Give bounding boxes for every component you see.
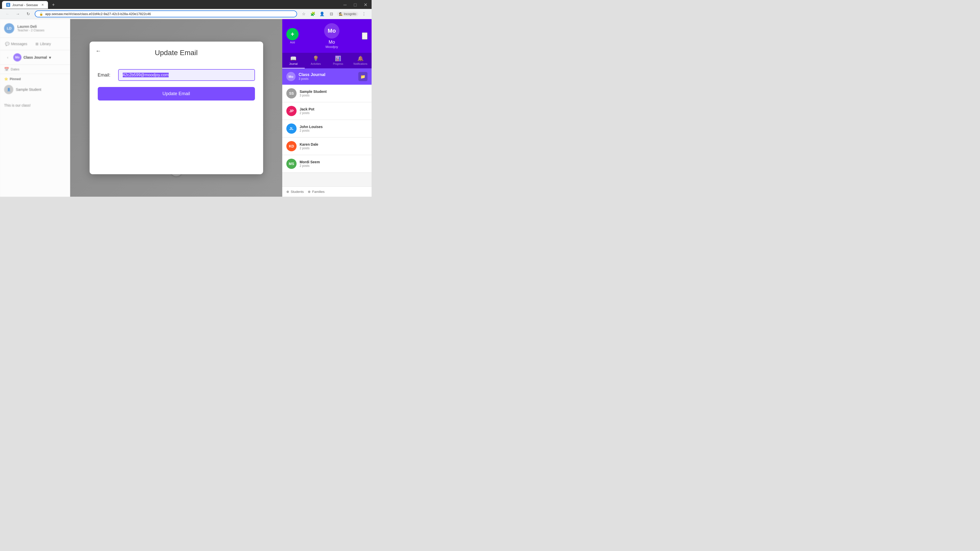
add-button-area: + Add bbox=[286, 28, 299, 44]
messages-label: Messages bbox=[11, 42, 27, 46]
messages-icon: 💬 bbox=[5, 42, 10, 46]
calendar-icon: 📅 bbox=[4, 67, 9, 72]
modal-back-button[interactable]: ← bbox=[96, 48, 101, 54]
sidebar-header: LD Lauren Deli Teacher - 2 Classes bbox=[0, 19, 70, 38]
mo-name: Mo bbox=[328, 40, 335, 45]
reload-button[interactable]: ↻ bbox=[24, 11, 32, 17]
families-label: Families bbox=[312, 190, 325, 194]
student-info: Jack Pot 2 posts bbox=[300, 107, 314, 115]
student-avatar-circle: 👤 bbox=[4, 85, 13, 94]
maximize-button[interactable]: □ bbox=[351, 1, 360, 9]
student-posts: 2 posts bbox=[300, 111, 314, 115]
student-name: Karen Dale bbox=[300, 142, 318, 146]
student-avatar: KD bbox=[286, 141, 297, 151]
students-label: Students bbox=[291, 190, 304, 194]
tab-title: Journal - Seesaw bbox=[12, 3, 39, 7]
user-role: Teacher - 2 Classes bbox=[18, 29, 45, 32]
right-panel: + Add Mo Mo Moodjoy ⚙ 📖 Journal 💡 bbox=[282, 19, 372, 197]
class-nav-back[interactable]: ‹ bbox=[4, 54, 11, 61]
list-item[interactable]: SS Sample Student 3 posts bbox=[282, 85, 372, 102]
student-avatar: MS bbox=[286, 159, 297, 169]
journal-label: Journal bbox=[289, 62, 298, 65]
list-item[interactable]: JL John Louises 2 posts bbox=[282, 120, 372, 138]
left-sidebar: LD Lauren Deli Teacher - 2 Classes 💬 Mes… bbox=[0, 19, 70, 197]
class-journal-header[interactable]: Mo Class Journal 3 posts 📁 bbox=[282, 68, 372, 85]
student-name: Jack Pot bbox=[300, 107, 314, 111]
email-input[interactable] bbox=[118, 69, 255, 81]
new-tab-button[interactable]: + bbox=[50, 1, 57, 9]
incognito-label: Incognito bbox=[344, 12, 356, 16]
modal-header: ← Update Email bbox=[89, 41, 263, 61]
browser-chrome: S Journal - Seesaw ✕ + ─ □ ✕ ← → ↻ 🔒 app… bbox=[0, 0, 372, 19]
minimize-button[interactable]: ─ bbox=[341, 1, 349, 9]
library-label: Library bbox=[40, 42, 51, 46]
student-avatar: SS bbox=[286, 88, 297, 98]
pinned-section: ⭐ Pinned 👤 Sample Student bbox=[0, 74, 70, 99]
student-posts: 3 posts bbox=[300, 94, 327, 97]
list-item[interactable]: JP Jack Pot 2 posts bbox=[282, 102, 372, 120]
right-panel-header: + Add Mo Mo Moodjoy ⚙ bbox=[282, 19, 372, 53]
right-list: Mo Class Journal 3 posts 📁 SS Sample Stu… bbox=[282, 68, 372, 186]
email-label: Email: bbox=[98, 73, 113, 78]
mo-avatar-area: Mo Mo Moodjoy bbox=[302, 23, 362, 49]
add-button[interactable]: + bbox=[286, 28, 299, 40]
student-avatar: JP bbox=[286, 106, 297, 116]
nav-notifications[interactable]: 🔔 Notifications bbox=[349, 53, 372, 68]
forward-button[interactable]: → bbox=[14, 11, 21, 17]
students-button[interactable]: ⊕ Students bbox=[286, 190, 304, 194]
modal-title: Update Email bbox=[98, 49, 255, 57]
right-nav: 📖 Journal 💡 Activities 📊 Progress 🔔 Noti… bbox=[282, 53, 372, 68]
split-button[interactable]: ⊟ bbox=[328, 11, 335, 17]
dates-label: Dates bbox=[11, 67, 19, 71]
add-label: Add bbox=[290, 41, 295, 44]
modal-body: Email: Update Email bbox=[89, 61, 263, 109]
address-input[interactable]: 🔒 app.seesaw.me/#/class/class.e01bf4c2-9… bbox=[35, 11, 297, 17]
right-footer: ⊕ Students ⊕ Families bbox=[282, 186, 372, 197]
extensions-button[interactable]: 🧩 bbox=[309, 11, 317, 17]
dates-bar: 📅 Dates bbox=[0, 65, 70, 74]
pinned-student[interactable]: 👤 Sample Student bbox=[4, 83, 66, 96]
tab-close-button[interactable]: ✕ bbox=[41, 3, 44, 6]
activities-label: Activities bbox=[311, 62, 321, 65]
student-posts: 2 posts bbox=[300, 146, 318, 150]
user-avatar: LD bbox=[4, 23, 14, 33]
profile-button[interactable]: 👤 bbox=[318, 11, 326, 17]
nav-journal[interactable]: 📖 Journal bbox=[282, 53, 305, 68]
star-icon: ⭐ bbox=[4, 77, 8, 81]
update-email-button[interactable]: Update Email bbox=[98, 87, 255, 100]
app-container: LD Lauren Deli Teacher - 2 Classes 💬 Mes… bbox=[0, 19, 372, 197]
families-button[interactable]: ⊕ Families bbox=[308, 190, 325, 194]
nav-progress[interactable]: 📊 Progress bbox=[327, 53, 349, 68]
nav-library[interactable]: ⊞ Library bbox=[32, 40, 54, 48]
class-name-label: Class Journal bbox=[24, 56, 47, 59]
menu-button[interactable]: ⋮ bbox=[360, 11, 368, 17]
settings-button[interactable]: ⚙ bbox=[362, 32, 368, 40]
folder-button[interactable]: 📁 bbox=[358, 72, 368, 81]
student-info: Karen Dale 2 posts bbox=[300, 142, 318, 150]
lock-icon: 🔒 bbox=[39, 12, 43, 16]
mo-circle: Mo bbox=[324, 23, 339, 38]
notifications-label: Notifications bbox=[353, 62, 367, 65]
student-name: Sample Student bbox=[300, 89, 327, 94]
address-bar: ← → ↻ 🔒 app.seesaw.me/#/class/class.e01b… bbox=[0, 9, 372, 19]
student-posts: 2 posts bbox=[300, 129, 323, 132]
incognito-icon: 🕵️ bbox=[339, 12, 343, 16]
nav-activities[interactable]: 💡 Activities bbox=[305, 53, 327, 68]
pinned-label: ⭐ Pinned bbox=[4, 77, 66, 81]
list-item[interactable]: MS Mordi Seem 2 posts bbox=[282, 155, 372, 173]
students-plus-icon: ⊕ bbox=[286, 190, 289, 194]
back-button[interactable]: ← bbox=[4, 11, 11, 17]
class-avatar: Mo bbox=[13, 53, 21, 62]
bookmark-button[interactable]: ☆ bbox=[300, 11, 307, 17]
active-tab[interactable]: S Journal - Seesaw ✕ bbox=[2, 1, 48, 9]
user-name: Lauren Deli bbox=[18, 24, 45, 29]
progress-label: Progress bbox=[333, 62, 343, 65]
student-name: John Louises bbox=[300, 125, 323, 129]
journal-icon: 📖 bbox=[290, 56, 297, 62]
class-journal-posts: 3 posts bbox=[299, 77, 325, 81]
nav-messages[interactable]: 💬 Messages bbox=[2, 40, 30, 48]
close-button[interactable]: ✕ bbox=[361, 1, 369, 9]
list-item[interactable]: KD Karen Dale 2 posts bbox=[282, 138, 372, 155]
notifications-icon: 🔔 bbox=[357, 56, 364, 62]
class-selector[interactable]: ‹ Mo Class Journal ▾ bbox=[0, 50, 70, 65]
